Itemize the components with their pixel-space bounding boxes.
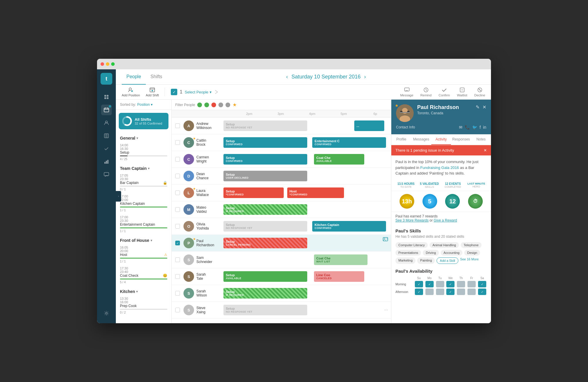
avail-afternoon-sa[interactable]: ✓: [478, 289, 486, 295]
email-icon[interactable]: ✉: [459, 125, 462, 130]
profile-tab-profile[interactable]: Profile: [391, 134, 411, 145]
section-front-of-house[interactable]: Front of House ▾: [116, 234, 171, 244]
person-row-steve[interactable]: S SteveXaing SetupNO RESPONSE YET ···: [172, 302, 391, 319]
sort-chevron-icon[interactable]: ▾: [151, 103, 153, 107]
add-shift-button[interactable]: Add Shift: [146, 87, 159, 97]
position-host[interactable]: 16:0520:00 Host ⚠ 1 / 1: [116, 244, 171, 265]
checkbox-olivia[interactable]: [172, 224, 183, 229]
checkbox-dean[interactable]: [172, 174, 183, 178]
profile-tab-notes[interactable]: Notes: [471, 134, 491, 145]
see-more-skills-button[interactable]: See 16 More: [460, 257, 479, 264]
section-team-captain[interactable]: Team Captain ▾: [116, 162, 171, 172]
sidebar-item-people[interactable]: [101, 118, 112, 128]
skill-animal-handling[interactable]: Animal Handling: [430, 242, 459, 248]
edit-profile-icon[interactable]: ✎: [476, 104, 480, 110]
sidebar-collapse-button[interactable]: ›: [116, 191, 121, 202]
phone-icon[interactable]: 📞: [465, 125, 470, 130]
person-row-carmen[interactable]: C CarmenWright SetupCONFIRMED Coat CheAV…: [172, 151, 391, 168]
profile-tab-responses[interactable]: Responses: [451, 134, 471, 145]
sidebar-item-schedule[interactable]: [101, 105, 112, 115]
shift-sam-coat[interactable]: Coat CheWAIT LIST: [314, 254, 368, 265]
avail-afternoon-su[interactable]: ✓: [415, 289, 423, 295]
filter-dot-green2[interactable]: [204, 103, 209, 107]
more-icon-steve[interactable]: ···: [384, 307, 388, 313]
shift-carmen-setup[interactable]: SetupCONFIRMED: [223, 154, 307, 165]
filter-dot-gray2[interactable]: [225, 103, 230, 107]
maximize-button[interactable]: [111, 62, 115, 66]
skill-accounting[interactable]: Accounting: [441, 250, 462, 256]
person-row-andrew[interactable]: A AndrewWilkinson SetupNO RESPONSE YET .…: [172, 118, 391, 134]
person-row-paul[interactable]: ✓ P ★ PaulRichardson SetupCANCEL PENDING: [172, 235, 391, 252]
close-button[interactable]: [101, 62, 104, 66]
confirm-action-button[interactable]: Confirm: [439, 87, 450, 97]
person-row-dean[interactable]: D DeanChance SetupUSER DECLINED: [172, 168, 391, 185]
shift-dean-setup[interactable]: SetupUSER DECLINED: [223, 171, 307, 181]
person-row-sarah-wilson[interactable]: S SarahWilson SetupIF REQUIRED: [172, 285, 391, 302]
add-position-button[interactable]: Add Position: [122, 87, 140, 97]
person-row-laura[interactable]: L ★ LauraWallace Setup*CONFIRMED Host*CO…: [172, 185, 391, 201]
person-row-sarah-tate[interactable]: S SarahTate SetupAVAILABLE Line CooCANCE…: [172, 268, 391, 285]
shift-andrew-setup[interactable]: SetupNO RESPONSE YET: [223, 120, 307, 131]
all-shifts-card[interactable]: All Shifts 32 of 55 Confirmed: [119, 113, 168, 129]
shift-carmen-coat[interactable]: Coat CheAVAILABLE: [314, 154, 364, 165]
shift-sarahw-setup[interactable]: SetupIF REQUIRED: [223, 288, 307, 299]
skill-telephone[interactable]: Telephone: [461, 242, 482, 248]
section-kitchen[interactable]: Kitchen ▾: [116, 286, 171, 295]
skill-design[interactable]: Design: [464, 250, 480, 256]
sidebar-item-analytics[interactable]: [101, 156, 112, 167]
skill-driving[interactable]: Driving: [423, 250, 439, 256]
position-bar-captain[interactable]: 17:0523:30 Bar Captain 🔒 0 / 1: [116, 172, 171, 193]
filter-star-icon[interactable]: ★: [233, 102, 237, 108]
checkbox-paul[interactable]: ✓: [172, 241, 183, 245]
filter-dot-red[interactable]: [211, 103, 216, 107]
shift-mateo-setup[interactable]: SetupIF REQUIRED: [223, 204, 307, 215]
select-all-checkbox[interactable]: ✓: [171, 89, 177, 95]
minimize-button[interactable]: [106, 62, 109, 66]
sidebar-item-messages[interactable]: [101, 169, 112, 180]
shift-olivia-setup[interactable]: SetupNO RESPONSE YET: [223, 221, 307, 232]
position-coat-check[interactable]: 17:3023:40 Coat Check 😊 5 / 4: [116, 265, 171, 286]
sidebar-item-home[interactable]: [101, 92, 112, 102]
checkbox-andrew[interactable]: [172, 123, 183, 128]
skill-marketing[interactable]: Marketing: [395, 257, 415, 264]
tab-shifts[interactable]: Shifts: [146, 69, 167, 85]
position-entertainment-captain[interactable]: 17:0023:30 Entertainment Captain 1 / 1: [116, 214, 171, 234]
avail-afternoon-fr[interactable]: [467, 289, 476, 295]
see-more-rewards-link[interactable]: See 3 More Rewards: [395, 218, 429, 222]
person-row-mateo[interactable]: M MateoValdez SetupIF REQUIRED: [172, 201, 391, 218]
avail-morning-su[interactable]: ✓: [415, 281, 423, 287]
twitter-icon[interactable]: 🐦: [472, 125, 477, 130]
checkbox-sarah-tate[interactable]: [172, 274, 183, 279]
linkedin-icon[interactable]: in: [483, 125, 486, 130]
person-row-sam[interactable]: S SamSchneider Coat CheWAIT LIST: [172, 252, 391, 268]
profile-tab-activity[interactable]: Activity: [431, 134, 451, 145]
checkbox-sam[interactable]: [172, 257, 183, 262]
checkbox-caitlin[interactable]: [172, 140, 183, 145]
skill-computer-literacy[interactable]: Computer Literacy: [395, 242, 428, 248]
position-prep-cook[interactable]: 13:3016:00 Prep Cook 0 / 2: [116, 295, 171, 316]
person-row-olivia[interactable]: O OliviaYoshida SetupNO RESPONSE YET Kit…: [172, 218, 391, 235]
sidebar-item-settings[interactable]: [101, 308, 112, 319]
avail-morning-fr[interactable]: [467, 281, 476, 287]
position-kitchen-captain[interactable]: 17:0022:00 Kitchen Captain 1 / 1: [116, 193, 171, 214]
shift-olivia-kitchen[interactable]: Kitchen CaptainCONFIRMED: [312, 221, 386, 232]
avail-morning-tu[interactable]: [436, 281, 444, 287]
add-skill-button[interactable]: Add a Skill: [437, 257, 458, 264]
avail-afternoon-th[interactable]: [457, 289, 465, 295]
checkbox-mateo[interactable]: [172, 207, 183, 212]
app-logo[interactable]: t: [101, 73, 112, 85]
checkbox-laura[interactable]: [172, 190, 183, 195]
tab-people[interactable]: People: [122, 69, 146, 85]
prev-date-button[interactable]: ‹: [286, 74, 288, 80]
avail-morning-we[interactable]: ✓: [446, 281, 455, 287]
shift-laura-host[interactable]: Host*CONFIRMED: [287, 187, 344, 198]
checkbox-carmen[interactable]: [172, 157, 183, 162]
section-general[interactable]: General ▾: [116, 132, 171, 142]
waitlist-action-button[interactable]: Waitlist: [457, 87, 467, 97]
avail-afternoon-mo[interactable]: [425, 289, 434, 295]
shift-caitlin-entertainment[interactable]: Entertainment CCONFIRMED: [312, 137, 386, 148]
shift-sarah-setup[interactable]: SetupAVAILABLE: [223, 271, 307, 282]
sidebar-item-tasks[interactable]: [101, 143, 112, 154]
position-setup[interactable]: 14:0016:30 Setup 4 / 25: [116, 142, 171, 162]
avail-afternoon-we[interactable]: ✓: [446, 289, 455, 295]
